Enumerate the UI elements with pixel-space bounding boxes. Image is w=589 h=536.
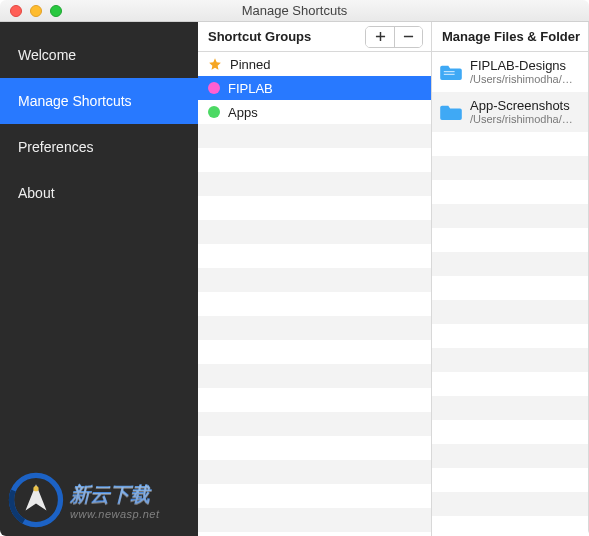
- group-row[interactable]: FIPLAB: [198, 76, 431, 100]
- groups-title: Shortcut Groups: [208, 29, 359, 44]
- file-name: App-Screenshots: [470, 98, 580, 114]
- files-pane: Manage Files & Folders FIPLAB-Designs /U…: [432, 22, 589, 536]
- files-list: FIPLAB-Designs /Users/rishimodha/Dropbox…: [432, 52, 588, 536]
- sidebar: Welcome Manage Shortcuts Preferences Abo…: [0, 22, 198, 536]
- group-label: Apps: [228, 105, 258, 120]
- list-item: [198, 220, 431, 244]
- list-item: [432, 420, 588, 444]
- list-item: [198, 388, 431, 412]
- list-item: [198, 124, 431, 148]
- list-item: [198, 460, 431, 484]
- window-controls: [10, 5, 62, 17]
- list-item: [432, 396, 588, 420]
- svg-rect-1: [444, 74, 455, 75]
- sidebar-item-welcome[interactable]: Welcome: [0, 32, 198, 78]
- list-item: [198, 484, 431, 508]
- add-group-button[interactable]: [366, 27, 394, 47]
- list-item: [432, 276, 588, 300]
- file-path: /Users/rishimodha/Dropbox: [470, 113, 580, 126]
- list-item: [198, 316, 431, 340]
- plus-icon: [375, 31, 386, 42]
- list-item: [198, 196, 431, 220]
- dot-icon: [208, 82, 220, 94]
- list-item: [198, 172, 431, 196]
- list-item: [198, 364, 431, 388]
- list-item: [198, 268, 431, 292]
- list-item: [432, 156, 588, 180]
- file-text: FIPLAB-Designs /Users/rishimodha/Dropbox: [470, 58, 580, 87]
- file-name: FIPLAB-Designs: [470, 58, 580, 74]
- list-item: [432, 252, 588, 276]
- groups-header: Shortcut Groups: [198, 22, 431, 52]
- list-item: [432, 516, 588, 536]
- folder-icon: [440, 63, 462, 81]
- minimize-icon[interactable]: [30, 5, 42, 17]
- file-row[interactable]: FIPLAB-Designs /Users/rishimodha/Dropbox: [432, 52, 588, 92]
- sidebar-item-label: Welcome: [18, 47, 76, 63]
- minus-icon: [403, 31, 414, 42]
- list-item: [432, 372, 588, 396]
- group-row[interactable]: Apps: [198, 100, 431, 124]
- app-window: Manage Shortcuts Welcome Manage Shortcut…: [0, 0, 589, 536]
- file-row[interactable]: App-Screenshots /Users/rishimodha/Dropbo…: [432, 92, 588, 132]
- star-icon: [208, 57, 222, 71]
- list-item: [198, 244, 431, 268]
- group-label: FIPLAB: [228, 81, 273, 96]
- sidebar-item-label: Manage Shortcuts: [18, 93, 132, 109]
- list-item: [198, 436, 431, 460]
- list-item: [432, 132, 588, 156]
- list-item: [432, 228, 588, 252]
- sidebar-item-label: Preferences: [18, 139, 93, 155]
- window-body: Welcome Manage Shortcuts Preferences Abo…: [0, 22, 589, 536]
- list-item: [432, 492, 588, 516]
- file-path: /Users/rishimodha/Dropbox: [470, 73, 580, 86]
- window-title: Manage Shortcuts: [242, 3, 348, 18]
- groups-list: Pinned FIPLAB Apps: [198, 52, 431, 536]
- svg-rect-0: [444, 71, 455, 72]
- list-item: [198, 508, 431, 532]
- dot-icon: [208, 106, 220, 118]
- list-item: [432, 348, 588, 372]
- list-item: [432, 204, 588, 228]
- remove-group-button[interactable]: [394, 27, 422, 47]
- files-header: Manage Files & Folders: [432, 22, 588, 52]
- sidebar-item-label: About: [18, 185, 55, 201]
- file-text: App-Screenshots /Users/rishimodha/Dropbo…: [470, 98, 580, 127]
- group-row[interactable]: Pinned: [198, 52, 431, 76]
- groups-add-remove: [365, 26, 423, 48]
- close-icon[interactable]: [10, 5, 22, 17]
- sidebar-item-manage-shortcuts[interactable]: Manage Shortcuts: [0, 78, 198, 124]
- list-item: [432, 300, 588, 324]
- list-item: [198, 340, 431, 364]
- folder-icon: [440, 103, 462, 121]
- groups-pane: Shortcut Groups Pinned FIPLAB: [198, 22, 432, 536]
- group-label: Pinned: [230, 57, 270, 72]
- list-item: [432, 468, 588, 492]
- list-item: [198, 412, 431, 436]
- list-item: [432, 180, 588, 204]
- sidebar-item-preferences[interactable]: Preferences: [0, 124, 198, 170]
- list-item: [198, 292, 431, 316]
- list-item: [432, 444, 588, 468]
- titlebar: Manage Shortcuts: [0, 0, 589, 22]
- list-item: [198, 148, 431, 172]
- zoom-icon[interactable]: [50, 5, 62, 17]
- files-title: Manage Files & Folders: [442, 29, 580, 44]
- list-item: [432, 324, 588, 348]
- sidebar-item-about[interactable]: About: [0, 170, 198, 216]
